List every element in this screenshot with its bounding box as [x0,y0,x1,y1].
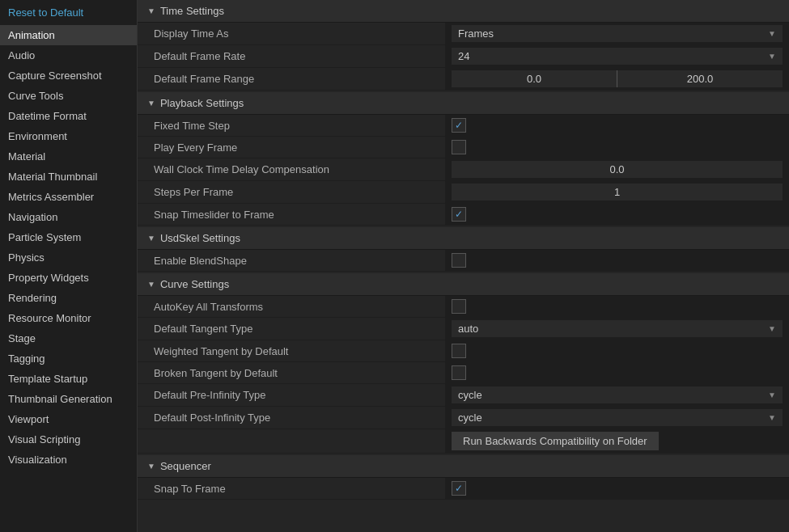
weighted-tangent-checkbox[interactable] [452,344,466,358]
weighted-tangent-value [445,340,789,361]
default-frame-rate-dropdown-arrow: ▼ [768,52,776,61]
sidebar-item-thumbnail-generation[interactable]: Thumbnail Generation [0,389,137,409]
wall-clock-input[interactable]: 0.0 [452,161,783,178]
wall-clock-row: Wall Clock Time Delay Compensation 0.0 [138,158,789,181]
backwards-compat-value: Run Backwards Compatibility on Folder [445,429,789,453]
sequencer-collapse-icon: ▼ [147,462,155,471]
default-post-infinity-dropdown-arrow: ▼ [768,413,776,422]
curve-settings-header[interactable]: ▼ Curve Settings [138,273,789,296]
sidebar-item-resource-monitor[interactable]: Resource Monitor [0,308,137,328]
sidebar-item-datetime-format[interactable]: Datetime Format [0,106,137,126]
sidebar-item-physics[interactable]: Physics [0,247,137,268]
sidebar-item-material-thumbnail[interactable]: Material Thumbnail [0,167,137,187]
time-settings-header[interactable]: ▼ Time Settings [138,0,789,23]
curve-settings-collapse-icon: ▼ [147,280,155,289]
steps-per-frame-input[interactable]: 1 [452,184,783,201]
sidebar-item-navigation[interactable]: Navigation [0,207,137,227]
sidebar-item-template-startup[interactable]: Template Startup [0,369,137,389]
backwards-compat-row: Run Backwards Compatibility on Folder [138,429,789,454]
play-every-frame-label: Play Every Frame [138,138,445,157]
enable-blendshape-label: Enable BlendShape [138,251,445,270]
playback-settings-section: ▼ Playback Settings Fixed Time Step Play… [138,92,789,226]
sidebar-item-visual-scripting[interactable]: Visual Scripting [0,429,137,450]
play-every-frame-value [445,137,789,158]
sidebar-item-particle-system[interactable]: Particle System [0,227,137,247]
default-post-infinity-label: Default Post-Infinity Type [138,408,445,427]
usdskel-settings-section: ▼ UsdSkel Settings Enable BlendShape [138,227,789,272]
autokey-checkbox[interactable] [452,299,466,314]
default-frame-rate-dropdown[interactable]: 24 ▼ [452,48,783,65]
sidebar-item-animation[interactable]: Animation [0,25,137,45]
fixed-time-step-checkbox[interactable] [452,118,466,133]
snap-to-frame-value [445,478,789,499]
enable-blendshape-checkbox[interactable] [452,253,466,268]
sidebar-item-material[interactable]: Material [0,146,137,167]
default-tangent-type-dropdown[interactable]: auto ▼ [452,320,783,337]
sequencer-title: Sequencer [160,460,211,472]
wall-clock-value: 0.0 [445,158,789,180]
fixed-time-step-row: Fixed Time Step [138,115,789,137]
sidebar-item-metrics-assembler[interactable]: Metrics Assembler [0,187,137,207]
sidebar-item-stage[interactable]: Stage [0,328,137,348]
snap-timeslider-checkbox[interactable] [452,207,466,222]
default-frame-range-value: 0.0 200.0 [445,68,789,90]
sidebar-item-rendering[interactable]: Rendering [0,288,137,308]
default-pre-infinity-dropdown[interactable]: cycle ▼ [452,386,783,403]
fixed-time-step-value [445,115,789,136]
default-frame-range-row: Default Frame Range 0.0 200.0 [138,68,789,91]
display-time-as-row: Display Time As Frames ▼ [138,23,789,45]
frame-range-left-input[interactable]: 0.0 [452,70,617,87]
default-frame-rate-row: Default Frame Rate 24 ▼ [138,45,789,68]
weighted-tangent-row: Weighted Tangent by Default [138,340,789,362]
playback-settings-collapse-icon: ▼ [147,99,155,108]
weighted-tangent-label: Weighted Tangent by Default [138,342,445,361]
sidebar-item-visualization[interactable]: Visualization [0,450,137,470]
run-backwards-compat-button[interactable]: Run Backwards Compatibility on Folder [452,432,659,450]
backwards-compat-empty-label [138,438,445,445]
snap-timeslider-value [445,204,789,225]
sidebar: Reset to Default Animation Audio Capture… [0,0,138,532]
sequencer-header[interactable]: ▼ Sequencer [138,455,789,478]
play-every-frame-checkbox[interactable] [452,140,466,154]
fixed-time-step-label: Fixed Time Step [138,116,445,135]
snap-timeslider-row: Snap Timeslider to Frame [138,204,789,226]
sidebar-item-curve-tools[interactable]: Curve Tools [0,86,137,106]
default-pre-infinity-row: Default Pre-Infinity Type cycle ▼ [138,384,789,407]
snap-timeslider-label: Snap Timeslider to Frame [138,205,445,224]
steps-per-frame-row: Steps Per Frame 1 [138,181,789,204]
steps-per-frame-value: 1 [445,181,789,203]
snap-to-frame-checkbox[interactable] [452,481,466,496]
broken-tangent-label: Broken Tangent by Default [138,364,445,382]
sidebar-item-environment[interactable]: Environment [0,126,137,146]
default-tangent-type-dropdown-arrow: ▼ [768,324,776,333]
sidebar-item-capture-screenshot[interactable]: Capture Screenshot [0,65,137,86]
usdskel-settings-header[interactable]: ▼ UsdSkel Settings [138,227,789,250]
default-tangent-type-row: Default Tangent Type auto ▼ [138,318,789,340]
time-settings-section: ▼ Time Settings Display Time As Frames ▼… [138,0,789,91]
sidebar-item-property-widgets[interactable]: Property Widgets [0,268,137,288]
display-time-as-label: Display Time As [138,24,445,43]
broken-tangent-value [445,362,789,383]
sequencer-section: ▼ Sequencer Snap To Frame [138,455,789,500]
time-settings-collapse-icon: ▼ [147,6,155,15]
sidebar-item-viewport[interactable]: Viewport [0,409,137,429]
display-time-as-dropdown[interactable]: Frames ▼ [452,25,783,42]
sidebar-item-tagging[interactable]: Tagging [0,348,137,369]
default-pre-infinity-label: Default Pre-Infinity Type [138,386,445,404]
default-frame-range-label: Default Frame Range [138,70,445,88]
default-tangent-type-value: auto ▼ [445,318,789,340]
reset-to-default-button[interactable]: Reset to Default [0,0,137,25]
sidebar-item-audio[interactable]: Audio [0,45,137,65]
enable-blendshape-row: Enable BlendShape [138,250,789,272]
display-time-as-dropdown-arrow: ▼ [768,29,776,38]
playback-settings-header[interactable]: ▼ Playback Settings [138,92,789,115]
wall-clock-label: Wall Clock Time Delay Compensation [138,160,445,179]
usdskel-settings-collapse-icon: ▼ [147,234,155,243]
frame-range-right-input[interactable]: 200.0 [617,70,783,87]
broken-tangent-checkbox[interactable] [452,365,466,380]
default-pre-infinity-dropdown-arrow: ▼ [768,391,776,399]
default-post-infinity-dropdown[interactable]: cycle ▼ [452,409,783,426]
broken-tangent-row: Broken Tangent by Default [138,362,789,384]
curve-settings-title: Curve Settings [160,278,229,290]
time-settings-title: Time Settings [160,5,224,17]
